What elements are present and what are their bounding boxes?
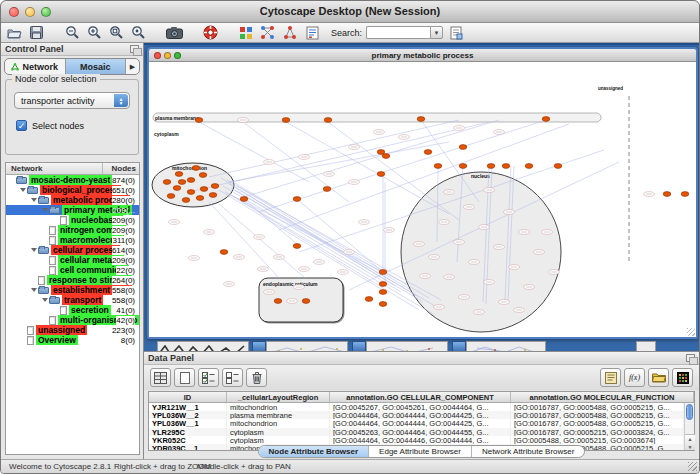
tree-item-cellular-process[interactable]: cellular process614(0) xyxy=(6,245,139,255)
background-window-strip[interactable] xyxy=(366,341,448,351)
network-node-selected[interactable] xyxy=(211,184,219,189)
float-panel-icon[interactable] xyxy=(130,45,139,53)
network-node-selected[interactable] xyxy=(187,190,195,195)
network-node-selected[interactable] xyxy=(434,164,442,169)
new-attribute-icon[interactable] xyxy=(174,368,195,387)
network-node-selected[interactable] xyxy=(554,164,562,169)
network-node-selected[interactable] xyxy=(302,299,310,304)
column-header[interactable]: annotation.GO MOLECULAR_FUNCTION xyxy=(511,392,694,402)
network-node-selected[interactable] xyxy=(487,164,495,169)
tree-item-unassigned[interactable]: unassigned223(0) xyxy=(6,325,139,335)
network-node-selected[interactable] xyxy=(293,244,301,249)
network-node-selected[interactable] xyxy=(525,164,533,169)
layout-icon-a[interactable] xyxy=(259,24,277,41)
help-lifesaver-icon[interactable] xyxy=(201,24,219,41)
app-resize-grip[interactable] xyxy=(688,462,697,471)
column-header[interactable]: annotation.GO CELLULAR_COMPONENT xyxy=(330,392,511,402)
expander-icon[interactable] xyxy=(19,185,27,195)
delete-attribute-trash-icon[interactable] xyxy=(246,368,267,387)
tree-item-primary-metabol[interactable]: primary metabol209(... xyxy=(6,205,139,215)
table-scrollbar-thumb[interactable] xyxy=(686,404,693,420)
network-node-selected[interactable] xyxy=(199,173,207,178)
zoom-out-icon[interactable] xyxy=(63,24,81,41)
tab-edge-attribute-browser[interactable]: Edge Attribute Browser xyxy=(369,446,472,457)
import-attributes-folder-icon[interactable] xyxy=(648,368,669,387)
network-node-selected[interactable] xyxy=(167,194,175,199)
tree-item-nucleobase-[interactable]: nucleobase-209(0) xyxy=(6,215,139,225)
tree-item-establishment-of-lo[interactable]: establishment of lo558(0) xyxy=(6,285,139,295)
network-node-selected[interactable] xyxy=(293,197,301,202)
column-header[interactable]: _cellularLayoutRegion xyxy=(227,392,330,402)
tab-network-attribute-browser[interactable]: Network Attribute Browser xyxy=(472,446,584,457)
expander-icon[interactable] xyxy=(30,245,38,255)
network-node-selected[interactable] xyxy=(542,117,550,122)
network-node-selected[interactable] xyxy=(195,118,203,123)
tab-overflow-arrow-icon[interactable]: ▶ xyxy=(126,59,139,74)
network-node-selected[interactable] xyxy=(502,164,510,169)
network-node-selected[interactable] xyxy=(274,299,282,304)
matrix-view-icon[interactable] xyxy=(672,368,693,387)
table-row[interactable]: YKR052Ccytoplasm[GO:0044464, GO:0044446,… xyxy=(149,436,684,444)
network-node-selected[interactable] xyxy=(163,180,171,185)
expander-icon[interactable] xyxy=(30,195,38,205)
tree-item-metabolic-process[interactable]: metabolic process280(0) xyxy=(6,195,139,205)
tree-item-cellular-metabo[interactable]: cellular metabo209(0) xyxy=(6,255,139,265)
attribute-setup-icon[interactable] xyxy=(447,24,465,41)
expander-icon[interactable] xyxy=(41,205,49,215)
zoom-fit-icon[interactable] xyxy=(129,24,147,41)
network-node-selected[interactable] xyxy=(365,297,373,302)
network-node-selected[interactable] xyxy=(220,250,228,255)
layout-icon-b[interactable] xyxy=(281,24,299,41)
network-node-selected[interactable] xyxy=(379,290,387,295)
network-node-selected[interactable] xyxy=(200,187,208,192)
network-node-selected[interactable] xyxy=(282,118,290,123)
tree-item-secretion[interactable]: secretion41(0) xyxy=(6,305,139,315)
save-icon[interactable] xyxy=(27,24,45,41)
vizmapper-icon[interactable] xyxy=(237,24,255,41)
unselect-attributes-icon[interactable] xyxy=(222,368,243,387)
tab-node-attribute-browser[interactable]: Node Attribute Browser xyxy=(259,446,370,457)
network-node-selected[interactable] xyxy=(377,172,385,177)
network-node-selected[interactable] xyxy=(324,118,332,123)
background-window-strip[interactable] xyxy=(266,341,348,351)
background-window-strip[interactable] xyxy=(636,341,656,351)
network-node-selected[interactable] xyxy=(459,145,467,150)
attribute-list-icon[interactable] xyxy=(600,368,621,387)
tree-item-multi-organism-pro[interactable]: multi-organism pro42(0) xyxy=(6,315,139,325)
network-node-selected[interactable] xyxy=(187,178,195,183)
network-window-titlebar[interactable]: primary metabolic process xyxy=(149,49,696,62)
snapshot-camera-icon[interactable] xyxy=(165,24,183,41)
background-window-strip[interactable] xyxy=(466,341,546,351)
tab-network[interactable]: Network xyxy=(5,59,66,74)
network-node-selected[interactable] xyxy=(681,192,689,197)
network-node-selected[interactable] xyxy=(663,192,671,197)
zoom-in-icon[interactable] xyxy=(85,24,103,41)
select-attributes-icon[interactable] xyxy=(198,368,219,387)
legend-icon[interactable] xyxy=(303,24,321,41)
expander-icon[interactable] xyxy=(30,285,38,295)
network-node-selected[interactable] xyxy=(209,193,217,198)
network-node-selected[interactable] xyxy=(379,270,387,275)
table-row[interactable]: YLR295Ccytoplasm[GO:0045263, GO:0044464,… xyxy=(149,428,684,436)
network-node-selected[interactable] xyxy=(379,282,387,287)
network-node-selected[interactable] xyxy=(196,196,204,201)
select-nodes-checkbox[interactable]: ✓ xyxy=(16,120,27,131)
network-node-selected[interactable] xyxy=(173,186,181,191)
network-node-selected[interactable] xyxy=(459,164,467,169)
network-node-selected[interactable] xyxy=(382,154,390,159)
tree-item-macromolecule[interactable]: macromolecule311(0) xyxy=(6,235,139,245)
background-window-titlebar[interactable] xyxy=(452,341,466,351)
formula-builder-icon[interactable]: f(x) xyxy=(624,368,645,387)
tree-item-overview[interactable]: Overview8(0) xyxy=(6,335,139,345)
network-node-selected[interactable] xyxy=(323,187,331,192)
background-window-titlebar[interactable] xyxy=(252,341,266,351)
node-color-dropdown[interactable]: transporter activity ▲▼ xyxy=(14,92,130,109)
search-input[interactable] xyxy=(366,26,430,39)
background-window-titlebar[interactable] xyxy=(352,341,366,351)
network-node-selected[interactable] xyxy=(178,180,186,185)
column-header[interactable]: ID xyxy=(149,392,227,402)
attribute-table-icon[interactable] xyxy=(150,368,171,387)
network-node-selected[interactable] xyxy=(175,172,183,177)
tree-item-mosaic-demo-yeast[interactable]: mosaic-demo-yeast874(0) xyxy=(6,175,139,185)
zoom-selected-icon[interactable] xyxy=(107,24,125,41)
